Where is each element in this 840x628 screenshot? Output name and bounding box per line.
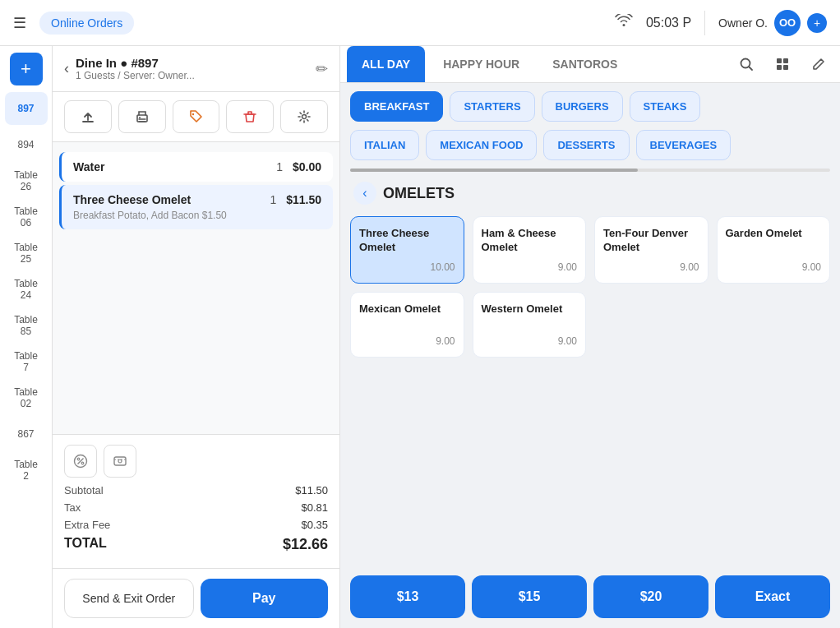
owner-button[interactable]: Owner O. OO + [718,10,827,36]
category-italian[interactable]: ITALIAN [350,130,419,160]
sidebar-item-897-label: 897 [17,103,34,114]
sidebar-item-table-85[interactable]: Table85 [5,309,48,342]
menu-item-price-2: 9.00 [603,261,699,273]
tab-happy-hour[interactable]: HAPPY HOUR [428,46,534,82]
order-item-omelet[interactable]: Three Cheese Omelet 1 $11.50 Breakfast P… [59,185,333,229]
sidebar-item-867-label: 867 [17,428,34,440]
menu-item-price-0: 10.00 [359,261,455,273]
sidebar-item-867[interactable]: 867 [5,418,48,450]
sidebar-item-894[interactable]: 894 [5,128,48,161]
category-beverages[interactable]: BEVERAGES [636,130,732,160]
category-starters[interactable]: STARTERS [450,91,534,122]
owner-expand-icon[interactable]: + [807,13,827,33]
svg-rect-11 [777,58,782,63]
action-send-btn[interactable] [64,100,112,133]
sidebar-item-table-06[interactable]: Table06 [5,201,48,233]
action-tag-btn[interactable] [173,100,220,133]
sidebar-item-table-85-label: Table85 [14,314,38,338]
menu-item-mexican-omelet[interactable]: Mexican Omelet 9.00 [350,292,464,358]
menu-item-western-omelet[interactable]: Western Omelet 9.00 [473,292,587,358]
order-actions [53,92,339,142]
item-qty-omelet: 1 [270,193,276,206]
extra-fee-label: Extra Fee [64,519,110,531]
header-time: 05:03 P [646,16,691,30]
sidebar-item-table-7[interactable]: Table7 [5,345,48,378]
order-item-water[interactable]: Water 1 $0.00 [59,152,333,182]
tab-all-day[interactable]: ALL DAY [347,46,425,82]
order-edit-icon[interactable]: ✏ [316,60,328,78]
sidebar-item-table-24[interactable]: Table24 [5,273,48,306]
action-print-btn[interactable] [118,100,166,133]
quick-pay-row: $13 $15 $20 Exact [340,575,840,628]
menu-item-name-0: Three Cheese Omelet [359,227,455,255]
order-info: Dine In ● #897 1 Guests / Server: Owner.… [76,56,309,81]
svg-rect-14 [783,65,788,70]
grid-icon-btn[interactable] [768,49,797,79]
fee-icon-btn[interactable] [104,445,136,478]
category-mexican-food[interactable]: MEXICAN FOOD [426,130,537,160]
item-price-water: $0.00 [293,160,321,173]
order-title: Dine In ● #897 [76,56,309,70]
quick-pay-exact[interactable]: Exact [715,575,830,618]
pay-button[interactable]: Pay [201,579,329,618]
quick-pay-20[interactable]: $20 [593,575,708,618]
menu-item-name-5: Western Omelet [482,302,578,316]
order-back-button[interactable]: ‹ [64,60,69,77]
menu-panel: ALL DAY HAPPY HOUR SANTOROS [340,46,840,628]
menu-icon[interactable]: ☰ [13,14,26,32]
item-name-omelet: Three Cheese Omelet [73,193,260,206]
sidebar-item-table-02[interactable]: Table02 [5,381,48,414]
category-steaks[interactable]: STEAKS [630,91,701,122]
item-mods-omelet: Breakfast Potato, Add Bacon $1.50 [73,210,321,221]
menu-item-ten-four-denver-omelet[interactable]: Ten-Four Denver Omelet 9.00 [594,216,708,284]
section-back-button[interactable]: ‹ [353,182,376,205]
menu-tabs: ALL DAY HAPPY HOUR SANTOROS [340,46,840,83]
header-divider [704,11,705,35]
sidebar-item-897[interactable]: 897 [5,92,48,125]
sidebar-item-table-26[interactable]: Table26 [5,164,48,197]
menu-item-price-3: 9.00 [726,261,822,273]
order-header: ‹ Dine In ● #897 1 Guests / Server: Owne… [53,46,339,92]
svg-point-6 [77,458,80,460]
tax-value: $0.81 [301,501,328,514]
action-settings-btn[interactable] [280,100,328,133]
sidebar-item-table-2[interactable]: Table2 [5,454,48,487]
category-row-2: ITALIAN MEXICAN FOOD DESSERTS BEVERAGES [340,130,840,169]
tax-row: Tax $0.81 [64,501,328,514]
send-exit-button[interactable]: Send & Exit Order [64,579,194,618]
svg-rect-8 [114,457,126,465]
edit-icon-btn[interactable] [804,49,833,79]
menu-item-price-4: 9.00 [359,335,455,347]
item-qty-water: 1 [276,160,283,173]
quick-pay-15[interactable]: $15 [472,575,587,618]
menu-item-garden-omelet[interactable]: Garden Omelet 9.00 [717,216,831,284]
sidebar-item-table-26-label: Table26 [14,169,38,193]
left-sidebar: + 897 894 Table26 Table06 Table25 Table2… [0,46,53,628]
add-button[interactable]: + [10,53,43,85]
category-burgers[interactable]: BURGERS [542,91,623,122]
sidebar-item-table-2-label: Table2 [14,459,38,483]
sidebar-item-table-25[interactable]: Table25 [5,237,48,270]
discount-icon-btn[interactable] [64,445,97,478]
category-row-1: BREAKFAST STARTERS BURGERS STEAKS [340,83,840,130]
menu-item-ham-cheese-omelet[interactable]: Ham & Cheese Omelet 9.00 [473,216,587,284]
svg-rect-13 [777,65,782,70]
order-item-row: Water 1 $0.00 [73,160,321,173]
tab-santoros[interactable]: SANTOROS [538,46,632,82]
online-orders-button[interactable]: Online Orders [39,12,134,35]
category-breakfast[interactable]: BREAKFAST [350,91,443,122]
sidebar-item-table-02-label: Table02 [14,386,38,410]
order-panel: ‹ Dine In ● #897 1 Guests / Server: Owne… [53,46,340,628]
quick-pay-13[interactable]: $13 [350,575,465,618]
menu-item-three-cheese-omelet[interactable]: Three Cheese Omelet 10.00 [350,216,464,284]
category-desserts[interactable]: DESSERTS [543,130,629,160]
order-dot: ● [120,56,131,70]
subtotal-row: Subtotal $11.50 [64,484,328,496]
action-delete-btn[interactable] [226,100,274,133]
owner-name: Owner O. [718,16,768,30]
menu-item-name-3: Garden Omelet [726,227,822,241]
svg-rect-0 [137,115,147,122]
item-name-water: Water [73,160,266,173]
menu-item-price-1: 9.00 [482,261,578,273]
search-icon-btn[interactable] [732,49,761,79]
